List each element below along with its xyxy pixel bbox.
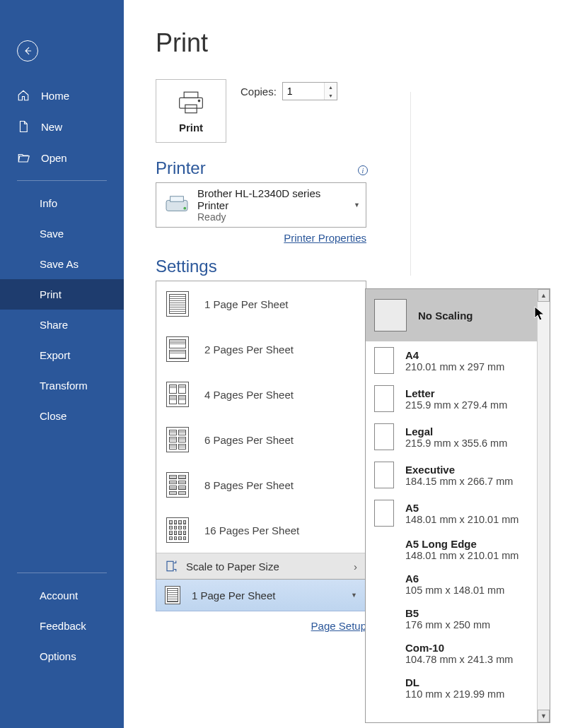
paper-thumb-icon bbox=[374, 347, 394, 374]
paper-size-title: Letter bbox=[405, 387, 507, 399]
svg-rect-2 bbox=[185, 105, 197, 112]
pages-per-sheet-option[interactable]: 6 Pages Per Sheet bbox=[156, 417, 366, 462]
print-button-label: Print bbox=[156, 122, 226, 134]
paper-size-dimensions: 215.9 mm x 279.4 mm bbox=[405, 399, 507, 411]
scale-to-paper-size-label: Scale to Paper Size bbox=[186, 560, 279, 573]
sidebar-divider bbox=[17, 573, 107, 573]
sidebar-item-label: Print bbox=[40, 288, 62, 300]
page-title: Print bbox=[156, 28, 568, 58]
paper-size-dimensions: 148.01 mm x 210.01 mm bbox=[405, 514, 518, 525]
scale-to-paper-size-menu: No ScalingA4210.01 mm x 297 mmLetter215.… bbox=[365, 288, 550, 723]
pages-per-sheet-option-label: 6 Pages Per Sheet bbox=[204, 434, 294, 446]
sidebar-item-close[interactable]: Close bbox=[0, 401, 124, 431]
pages-per-sheet-option-label: 16 Pages Per Sheet bbox=[204, 524, 299, 536]
svg-point-3 bbox=[198, 100, 199, 101]
page-grid-icon bbox=[166, 472, 189, 498]
sidebar-item-save-as[interactable]: Save As bbox=[0, 249, 124, 279]
page-grid-icon bbox=[166, 336, 189, 362]
paper-size-option[interactable]: Com-10104.78 mm x 241.3 mm bbox=[366, 636, 537, 671]
paper-size-option[interactable]: Letter215.9 mm x 279.4 mm bbox=[366, 380, 537, 418]
pages-per-sheet-selected: 1 Page Per Sheet bbox=[192, 589, 275, 601]
paper-size-option[interactable]: DL110 mm x 219.99 mm bbox=[366, 671, 537, 705]
paper-size-dimensions: 105 mm x 148.01 mm bbox=[405, 585, 504, 596]
sidebar-item-label: Options bbox=[40, 650, 76, 662]
sidebar-item-home[interactable]: Home bbox=[0, 80, 124, 111]
pages-per-sheet-option[interactable]: 1 Page Per Sheet bbox=[156, 281, 366, 327]
chevron-down-icon: ▼ bbox=[354, 201, 360, 209]
pages-per-sheet-option-label: 1 Page Per Sheet bbox=[204, 298, 288, 310]
sidebar-item-label: Feedback bbox=[40, 620, 86, 632]
sidebar-item-info[interactable]: Info bbox=[0, 188, 124, 218]
page-grid-icon bbox=[166, 517, 189, 543]
printer-status-icon bbox=[163, 194, 190, 217]
printer-name: Brother HL-L2340D series Printer bbox=[197, 187, 347, 211]
paper-size-option[interactable]: Executive184.15 mm x 266.7 mm bbox=[366, 456, 537, 494]
scroll-up-button[interactable]: ▲ bbox=[538, 289, 550, 302]
sidebar-divider bbox=[17, 180, 107, 181]
paper-size-title: A5 bbox=[405, 502, 518, 514]
pages-per-sheet-option[interactable]: 2 Pages Per Sheet bbox=[156, 327, 366, 372]
pages-per-sheet-option[interactable]: 4 Pages Per Sheet bbox=[156, 372, 366, 417]
scroll-down-button[interactable]: ▼ bbox=[538, 710, 550, 722]
pages-per-sheet-option[interactable]: 8 Pages Per Sheet bbox=[156, 462, 366, 507]
paper-size-option[interactable]: A6105 mm x 148.01 mm bbox=[366, 567, 537, 601]
new-icon bbox=[17, 120, 30, 133]
sidebar-item-transform[interactable]: Transform bbox=[0, 370, 124, 401]
paper-size-dimensions: 110 mm x 219.99 mm bbox=[405, 688, 504, 700]
svg-rect-5 bbox=[170, 196, 184, 201]
home-icon bbox=[17, 89, 30, 102]
sidebar-item-export[interactable]: Export bbox=[0, 340, 124, 370]
paper-size-title: Legal bbox=[405, 425, 507, 438]
back-button[interactable] bbox=[17, 40, 38, 61]
printer-properties-link[interactable]: Printer Properties bbox=[284, 232, 366, 244]
scrollbar[interactable]: ▲ ▼ bbox=[537, 289, 550, 722]
chevron-down-icon: ▼ bbox=[351, 592, 357, 599]
paper-size-dimensions: 104.78 mm x 241.3 mm bbox=[405, 654, 513, 665]
scale-to-paper-size-item[interactable]: Scale to Paper Size› bbox=[156, 553, 366, 579]
sidebar-item-options[interactable]: Options bbox=[0, 641, 124, 671]
paper-size-option[interactable]: A4210.01 mm x 297 mm bbox=[366, 341, 537, 380]
paper-size-dimensions: 210.01 mm x 297 mm bbox=[405, 361, 504, 372]
paper-size-option[interactable]: A5148.01 mm x 210.01 mm bbox=[366, 494, 537, 532]
sidebar-item-label: New bbox=[41, 121, 62, 133]
printer-dropdown[interactable]: Brother HL-L2340D series Printer Ready ▼ bbox=[156, 182, 366, 228]
pages-per-sheet-menu: 1 Page Per Sheet2 Pages Per Sheet4 Pages… bbox=[156, 281, 366, 580]
copies-increment[interactable]: ▲ bbox=[325, 83, 337, 91]
sidebar-item-label: Info bbox=[40, 197, 57, 209]
copies-field[interactable] bbox=[283, 83, 324, 100]
page-setup-link[interactable]: Page Setup bbox=[311, 620, 366, 632]
pages-per-sheet-option-label: 2 Pages Per Sheet bbox=[204, 344, 294, 356]
print-button[interactable]: Print bbox=[156, 79, 226, 143]
paper-thumb-icon bbox=[374, 500, 394, 527]
copies-decrement[interactable]: ▼ bbox=[325, 91, 337, 100]
sidebar-item-share[interactable]: Share bbox=[0, 310, 124, 340]
sidebar-item-open[interactable]: Open bbox=[0, 142, 124, 173]
sidebar-item-feedback[interactable]: Feedback bbox=[0, 611, 124, 641]
printer-info-icon[interactable]: i bbox=[358, 165, 368, 175]
pages-per-sheet-option[interactable]: 16 Pages Per Sheet bbox=[156, 507, 366, 553]
sidebar-item-new[interactable]: New bbox=[0, 111, 124, 142]
paper-size-option[interactable]: A5 Long Edge148.01 mm x 210.01 mm bbox=[366, 532, 537, 567]
sidebar-item-label: Account bbox=[40, 589, 78, 601]
sidebar-item-label: Transform bbox=[40, 380, 88, 392]
page-grid-icon bbox=[166, 382, 189, 407]
sidebar-item-account[interactable]: Account bbox=[0, 580, 124, 611]
copies-input[interactable]: ▲ ▼ bbox=[282, 82, 337, 100]
paper-size-option[interactable]: No Scaling bbox=[366, 289, 537, 341]
sidebar-item-save[interactable]: Save bbox=[0, 218, 124, 249]
paper-size-title: A4 bbox=[405, 349, 504, 361]
printer-section-header: Printer bbox=[156, 158, 206, 178]
paper-size-dimensions: 184.15 mm x 266.7 mm bbox=[405, 476, 513, 487]
print-preview-panel bbox=[410, 92, 559, 276]
pages-per-sheet-dropdown[interactable]: 1 Page Per Sheet ▼ bbox=[156, 580, 366, 611]
printer-status: Ready bbox=[197, 211, 347, 223]
scroll-track[interactable] bbox=[538, 302, 550, 710]
pages-per-sheet-option-label: 4 Pages Per Sheet bbox=[204, 389, 294, 401]
open-icon bbox=[17, 151, 30, 164]
pages-per-sheet-option-label: 8 Pages Per Sheet bbox=[204, 479, 294, 491]
paper-size-option[interactable]: B5176 mm x 250 mm bbox=[366, 601, 537, 636]
chevron-right-icon: › bbox=[354, 560, 357, 573]
paper-size-title: B5 bbox=[405, 607, 490, 619]
sidebar-item-print[interactable]: Print bbox=[0, 279, 124, 310]
paper-size-option[interactable]: Legal215.9 mm x 355.6 mm bbox=[366, 418, 537, 456]
